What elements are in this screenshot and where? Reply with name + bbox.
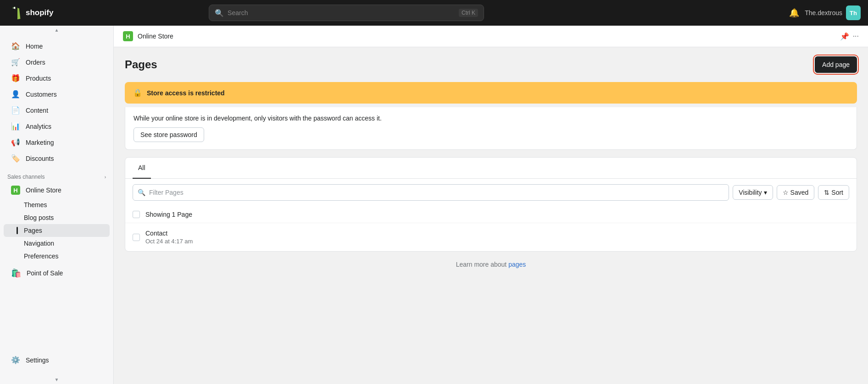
page-title: Pages <box>125 58 157 71</box>
sidebar-item-discounts[interactable]: 🏷️ Discounts <box>4 150 110 166</box>
settings-icon: ⚙️ <box>11 356 20 364</box>
sidebar-label-discounts: Discounts <box>26 155 54 162</box>
sidebar-item-products[interactable]: 🎁 Products <box>4 70 110 86</box>
sidebar: ▲ 🏠 Home 🛒 Orders 🎁 Products 👤 Customers… <box>0 26 114 384</box>
search-shortcut: Ctrl K <box>459 9 478 17</box>
filter-search-icon: 🔍 <box>138 189 145 196</box>
alert-banner-text: Store access is restricted <box>147 89 225 97</box>
pages-toolbar: 🔍 Visibility ▾ ☆ Saved ⇅ Sort <box>125 179 857 206</box>
shopify-logo[interactable]: shopify <box>7 5 53 20</box>
user-badge[interactable]: The.dextrous Th <box>805 5 861 20</box>
analytics-icon: 📊 <box>11 122 20 131</box>
sidebar-label-marketing: Marketing <box>26 139 54 146</box>
logo-text: shopify <box>26 8 53 17</box>
topbar: shopify 🔍 Ctrl K 🔔 The.dextrous Th <box>0 0 868 26</box>
discounts-icon: 🏷️ <box>11 154 20 163</box>
sidebar-label-home: Home <box>26 43 43 50</box>
page-header: Pages Add page <box>125 56 857 73</box>
more-options-icon[interactable]: ··· <box>853 32 859 40</box>
sidebar-item-content[interactable]: 📄 Content <box>4 102 110 118</box>
page-content: Pages Add page 🔒 Store access is restric… <box>114 47 868 384</box>
table-row: Contact Oct 24 at 4:17 am <box>125 223 857 251</box>
search-input[interactable] <box>228 9 455 16</box>
filter-input-wrapper[interactable]: 🔍 <box>133 184 729 201</box>
sidebar-subitem-blog-posts[interactable]: Blog posts <box>4 211 110 224</box>
expand-icon[interactable]: › <box>105 175 106 180</box>
avatar: Th <box>846 5 861 20</box>
lock-icon: 🔒 <box>133 88 142 97</box>
store-header-title: Online Store <box>138 33 173 40</box>
sidebar-item-customers[interactable]: 👤 Customers <box>4 86 110 102</box>
saved-button[interactable]: ☆ Saved <box>777 185 815 200</box>
store-header-icon: H <box>123 31 133 41</box>
add-page-button[interactable]: Add page <box>815 56 857 73</box>
sidebar-item-settings[interactable]: ⚙️ Settings <box>4 352 110 368</box>
orders-icon: 🛒 <box>11 58 20 66</box>
store-header-left: H Online Store <box>123 31 173 41</box>
store-header-right: 📌 ··· <box>840 32 859 41</box>
bell-icon[interactable]: 🔔 <box>789 8 799 18</box>
content-icon: 📄 <box>11 106 20 115</box>
main-layout: ▲ 🏠 Home 🛒 Orders 🎁 Products 👤 Customers… <box>0 26 868 384</box>
sidebar-subitem-navigation[interactable]: Navigation <box>4 237 110 250</box>
scroll-down-indicator: ▼ <box>0 375 113 384</box>
visibility-button[interactable]: Visibility ▾ <box>733 185 773 200</box>
alert-detail-text: While your online store is in developmen… <box>134 115 848 122</box>
page-row-info: Contact Oct 24 at 4:17 am <box>145 230 193 245</box>
sort-icon: ⇅ <box>824 189 829 196</box>
sidebar-item-analytics[interactable]: 📊 Analytics <box>4 118 110 134</box>
content-area: H Online Store 📌 ··· Pages Add page 🔒 St… <box>114 26 868 384</box>
sidebar-item-online-store[interactable]: H Online Store <box>4 182 110 198</box>
sidebar-label-orders: Orders <box>26 59 45 66</box>
filter-pages-input[interactable] <box>149 189 724 196</box>
online-store-icon: H <box>11 186 20 195</box>
sidebar-item-point-of-sale[interactable]: 🛍️ Point of Sale <box>4 264 110 282</box>
select-all-checkbox[interactable] <box>133 211 140 218</box>
sidebar-label-online-store: Online Store <box>26 187 61 194</box>
chevron-down-icon: ▾ <box>764 189 767 196</box>
page-row-name: Contact <box>145 230 193 237</box>
sidebar-item-orders[interactable]: 🛒 Orders <box>4 54 110 70</box>
sidebar-subitem-preferences[interactable]: Preferences <box>4 250 110 263</box>
sidebar-label-products: Products <box>26 75 51 82</box>
topbar-right: 🔔 The.dextrous Th <box>789 5 861 20</box>
customers-icon: 👤 <box>11 90 20 99</box>
sales-channels-label: Sales channels › <box>0 166 113 182</box>
sidebar-label-customers: Customers <box>26 91 57 98</box>
sidebar-label-analytics: Analytics <box>26 123 51 130</box>
pages-list-header: Showing 1 Page <box>125 206 857 223</box>
alert-banner: 🔒 Store access is restricted <box>125 82 857 104</box>
sidebar-subitem-themes[interactable]: Themes <box>4 198 110 211</box>
sort-button[interactable]: ⇅ Sort <box>818 185 849 200</box>
sidebar-label-settings: Settings <box>26 357 49 364</box>
sidebar-label-pos: Point of Sale <box>27 269 63 277</box>
home-icon: 🏠 <box>11 42 20 50</box>
see-password-button[interactable]: See store password <box>134 127 204 142</box>
store-header: H Online Store 📌 ··· <box>114 26 868 47</box>
user-name: The.dextrous <box>805 9 842 16</box>
sidebar-nav: 🏠 Home 🛒 Orders 🎁 Products 👤 Customers 📄… <box>0 34 113 285</box>
scroll-up-indicator: ▲ <box>0 26 113 34</box>
search-bar[interactable]: 🔍 Ctrl K <box>209 5 484 21</box>
marketing-icon: 📢 <box>11 138 20 147</box>
products-icon: 🎁 <box>11 74 20 82</box>
pages-link[interactable]: pages <box>508 261 526 268</box>
tab-all[interactable]: All <box>133 158 151 179</box>
search-icon: 🔍 <box>215 9 224 17</box>
pages-card: All 🔍 Visibility ▾ ☆ Saved <box>125 157 857 252</box>
page-checkbox[interactable] <box>133 234 140 241</box>
pin-icon[interactable]: 📌 <box>840 32 849 41</box>
sidebar-bottom: ⚙️ Settings <box>0 348 113 375</box>
learn-more: Learn more about pages <box>125 252 857 277</box>
sidebar-subitem-pages[interactable]: Pages <box>4 224 110 237</box>
sidebar-item-home[interactable]: 🏠 Home <box>4 38 110 54</box>
pos-icon: 🛍️ <box>11 268 21 278</box>
pages-count-text: Showing 1 Page <box>145 211 192 218</box>
learn-more-text: Learn more about <box>456 261 507 268</box>
sidebar-label-content: Content <box>26 107 48 114</box>
sidebar-item-marketing[interactable]: 📢 Marketing <box>4 134 110 150</box>
star-icon: ☆ <box>783 189 789 196</box>
alert-detail: While your online store is in developmen… <box>125 107 857 150</box>
pages-tabs: All <box>125 158 857 179</box>
page-row-date: Oct 24 at 4:17 am <box>145 238 193 245</box>
